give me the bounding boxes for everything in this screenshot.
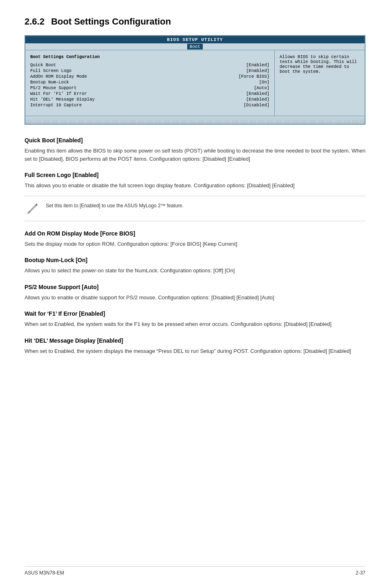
subsection-addon-rom: Add On ROM Display Mode [Force BIOS]Sets… bbox=[25, 230, 365, 248]
bios-row-label: Full Screen Logo bbox=[30, 68, 72, 73]
subsection-title: Add On ROM Display Mode [Force BIOS] bbox=[25, 230, 365, 237]
subsection-title: Quick Boot [Enabled] bbox=[25, 137, 365, 144]
bios-row-label: PS/2 Mouse Support bbox=[30, 85, 76, 90]
bios-section-label: Boot Settings Configuration bbox=[30, 54, 269, 59]
bios-row-label: Interrupt 19 Capture bbox=[30, 103, 82, 108]
bios-row: AddOn ROM Display Mode[Force BIOS] bbox=[30, 74, 269, 79]
subsection-hit-del: Hit ‘DEL’ Message Display [Enabled]When … bbox=[25, 337, 365, 355]
bios-bottom-decoration bbox=[25, 116, 365, 124]
bios-row-label: Wait For 'F1' If Error bbox=[30, 91, 87, 96]
subsection-quick-boot: Quick Boot [Enabled]Enabling this item a… bbox=[25, 137, 365, 163]
subsection-title: Hit ‘DEL’ Message Display [Enabled] bbox=[25, 337, 365, 344]
bios-row: Quick Boot[Enabled] bbox=[30, 63, 269, 67]
page-title: Boot Settings Configuration bbox=[51, 16, 171, 27]
subsection-body: When set to Enabled, the system displays… bbox=[25, 347, 365, 355]
bios-utility-title: BIOS SETUP UTILITY bbox=[25, 36, 365, 43]
bios-right-panel: Allows BIOS to skip certain tests while … bbox=[275, 50, 365, 116]
subsection-title: PS/2 Mouse Support [Auto] bbox=[25, 284, 365, 290]
section-number: 2.6.2 bbox=[25, 16, 45, 27]
bios-row-value: [Enabled] bbox=[246, 68, 269, 73]
subsection-body: When set to Enabled, the system waits fo… bbox=[25, 320, 365, 328]
subsection-full-screen-logo: Full Screen Logo [Enabled]This allows yo… bbox=[25, 172, 365, 221]
bios-row-value: [Auto] bbox=[254, 85, 269, 90]
bios-row-value: [Enabled] bbox=[246, 97, 269, 102]
subsection-body: Sets the display mode for option ROM. Co… bbox=[25, 240, 365, 248]
footer-left: ASUS M3N78-EM bbox=[25, 570, 64, 576]
bios-row: PS/2 Mouse Support[Auto] bbox=[30, 85, 269, 90]
subsection-body: This allows you to enable or disable the… bbox=[25, 182, 365, 190]
footer-right: 2-37 bbox=[356, 570, 365, 576]
subsection-ps2-mouse: PS/2 Mouse Support [Auto]Allows you to e… bbox=[25, 284, 365, 302]
bios-screenshot: BIOS SETUP UTILITY Boot Boot Settings Co… bbox=[25, 35, 365, 125]
bios-row-label: Quick Boot bbox=[30, 63, 56, 67]
subsection-body: Allows you to enable or disable support … bbox=[25, 294, 365, 302]
bios-row: Full Screen Logo[Enabled] bbox=[30, 68, 269, 73]
subsection-wait-f1: Wait for ‘F1’ If Error [Enabled]When set… bbox=[25, 310, 365, 328]
subsection-bootup-numlock: Bootup Num-Lock [On]Allows you to select… bbox=[25, 257, 365, 275]
bios-row: Interrupt 19 Capture[Disabled] bbox=[30, 103, 269, 108]
page-footer: ASUS M3N78-EM 2-37 bbox=[25, 566, 365, 576]
subsection-title: Full Screen Logo [Enabled] bbox=[25, 172, 365, 178]
bios-sidebar-text: Allows BIOS to skip certain tests while … bbox=[280, 54, 357, 74]
subsection-title: Wait for ‘F1’ If Error [Enabled] bbox=[25, 310, 365, 317]
bios-row-label: AddOn ROM Display Mode bbox=[30, 74, 87, 79]
subsection-body: Enabling this item allows the BIOS to sk… bbox=[25, 147, 365, 163]
bios-tab-label: Boot bbox=[25, 43, 365, 50]
bios-row-value: [Enabled] bbox=[246, 91, 269, 96]
bios-row-value: [Force BIOS] bbox=[238, 74, 269, 79]
bios-row: Bootup Num-Lock[On] bbox=[30, 80, 269, 85]
pencil-icon bbox=[25, 200, 41, 217]
bios-row-label: Hit 'DEL' Message Display bbox=[30, 97, 95, 102]
bios-row-label: Bootup Num-Lock bbox=[30, 80, 69, 85]
note-box: Set this item to [Enabled] to use the AS… bbox=[25, 196, 365, 221]
subsection-body: Allows you to select the power-on state … bbox=[25, 267, 365, 275]
bios-row: Hit 'DEL' Message Display[Enabled] bbox=[30, 97, 269, 102]
bios-row-value: [Disabled] bbox=[244, 103, 269, 108]
bios-row-value: [On] bbox=[259, 80, 269, 85]
subsection-title: Bootup Num-Lock [On] bbox=[25, 257, 365, 263]
bios-left-panel: Boot Settings Configuration Quick Boot[E… bbox=[25, 50, 275, 116]
bios-row-value: [Enabled] bbox=[246, 63, 269, 67]
bios-row: Wait For 'F1' If Error[Enabled] bbox=[30, 91, 269, 96]
note-text: Set this item to [Enabled] to use the AS… bbox=[46, 200, 184, 209]
